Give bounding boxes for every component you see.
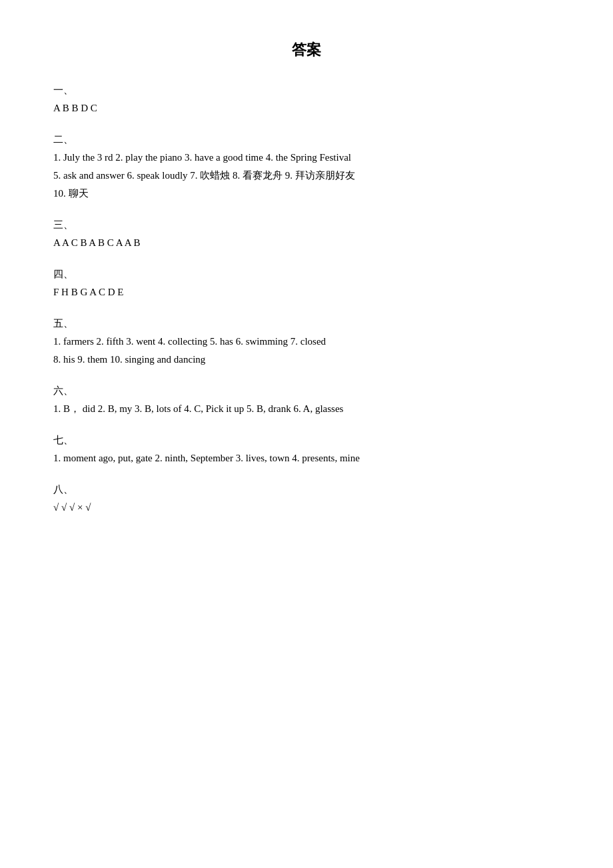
section-2-label: 二、 [53,133,560,146]
section-6-label: 六、 [53,385,560,397]
section-2-line-0: 1. July the 3 rd 2. play the piano 3. ha… [53,149,560,167]
section-6: 六、1. B， did 2. B, my 3. B, lots of 4. C,… [53,385,560,418]
page-title: 答案 [53,40,560,60]
section-3: 三、A A C B A B C A A B [53,219,560,252]
section-6-content: 1. B， did 2. B, my 3. B, lots of 4. C, P… [53,400,560,418]
section-6-line-0: 1. B， did 2. B, my 3. B, lots of 4. C, P… [53,400,560,418]
section-1: 一、A B B D C [53,84,560,117]
section-2: 二、1. July the 3 rd 2. play the piano 3. … [53,133,560,203]
section-3-label: 三、 [53,219,560,231]
section-1-label: 一、 [53,84,560,97]
section-3-line-0: A A C B A B C A A B [53,234,560,252]
section-7-line-0: 1. moment ago, put, gate 2. ninth, Septe… [53,449,560,467]
section-3-content: A A C B A B C A A B [53,234,560,252]
section-5: 五、1. farmers 2. fifth 3. went 4. collect… [53,317,560,369]
section-5-content: 1. farmers 2. fifth 3. went 4. collectin… [53,333,560,369]
section-5-line-1: 8. his 9. them 10. singing and dancing [53,351,560,369]
section-2-line-2: 10. 聊天 [53,185,560,203]
section-2-line-1: 5. ask and answer 6. speak loudly 7. 吹蜡烛… [53,167,560,185]
section-4-content: F H B G A C D E [53,283,560,301]
section-5-line-0: 1. farmers 2. fifth 3. went 4. collectin… [53,333,560,351]
section-8: 八、√ √ √ × √ [53,483,560,517]
section-8-line-0: √ √ √ × √ [53,499,560,517]
section-7-content: 1. moment ago, put, gate 2. ninth, Septe… [53,449,560,467]
section-4-label: 四、 [53,268,560,281]
section-8-content: √ √ √ × √ [53,499,560,517]
section-7: 七、1. moment ago, put, gate 2. ninth, Sep… [53,434,560,467]
section-5-label: 五、 [53,317,560,330]
section-7-label: 七、 [53,434,560,447]
section-1-content: A B B D C [53,99,560,117]
section-1-line-0: A B B D C [53,99,560,117]
section-2-content: 1. July the 3 rd 2. play the piano 3. ha… [53,149,560,203]
section-4-line-0: F H B G A C D E [53,283,560,301]
section-4: 四、F H B G A C D E [53,268,560,301]
section-8-label: 八、 [53,483,560,496]
